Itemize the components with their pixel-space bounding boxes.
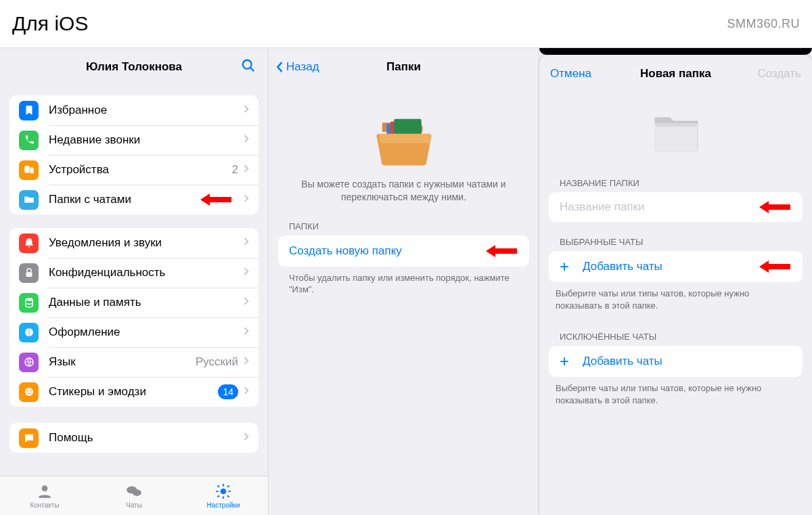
- row-label: Недавние звонки: [49, 133, 244, 147]
- folders-footer-hint: Чтобы удалить папку или изменить порядок…: [269, 267, 539, 301]
- svg-point-9: [25, 388, 33, 396]
- svg-marker-20: [759, 201, 790, 213]
- tab-bar: Контакты Чаты Настройки: [0, 476, 268, 515]
- row-chat-folders[interactable]: Папки с чатами: [9, 185, 258, 215]
- svg-point-14: [133, 489, 141, 496]
- row-label: Язык: [49, 355, 196, 369]
- create-folder-button[interactable]: Создать новую папку: [278, 236, 529, 267]
- svg-point-15: [221, 489, 226, 494]
- row-devices[interactable]: Устройства 2: [9, 155, 258, 185]
- sheet-backdrop: [539, 48, 812, 55]
- appearance-icon: [19, 323, 39, 342]
- svg-rect-5: [26, 272, 32, 277]
- plus-icon: +: [560, 353, 569, 370]
- new-folder-sheet: Отмена Новая папка Создать НАЗВАНИЕ ПАПК…: [539, 55, 812, 515]
- row-label: Оформление: [49, 326, 244, 339]
- svg-point-12: [42, 485, 48, 491]
- lock-icon: [19, 263, 39, 283]
- section-label-folders: ПАПКИ: [269, 204, 539, 236]
- devices-icon: [19, 160, 39, 180]
- folder-gray-illustration: [539, 105, 812, 156]
- svg-marker-4: [200, 194, 231, 206]
- red-arrow-annotation: [759, 201, 790, 213]
- selected-footer-hint: Выберите чаты или типы чатов, которые ну…: [539, 282, 812, 317]
- red-arrow-annotation: [486, 245, 517, 257]
- username: Юлия Толокнова: [86, 60, 182, 74]
- row-appearance[interactable]: Оформление: [9, 317, 258, 347]
- row-privacy[interactable]: Конфиденциальность: [9, 258, 258, 288]
- folders-pane: Назад Папки Вы можете создать папки с ну…: [269, 48, 539, 515]
- row-stickers[interactable]: Стикеры и эмодзи 14: [9, 377, 258, 407]
- row-label: Данные и память: [49, 296, 244, 309]
- row-language[interactable]: Язык Русский: [9, 347, 258, 377]
- folders-header: Назад Папки: [269, 48, 539, 86]
- red-arrow-annotation: [759, 261, 790, 273]
- create-button[interactable]: Создать: [757, 67, 801, 81]
- sticker-icon: [19, 382, 39, 402]
- svg-point-6: [25, 298, 32, 301]
- site-watermark: SMM360.RU: [727, 17, 800, 31]
- section-label-name: НАЗВАНИЕ ПАПКИ: [539, 163, 812, 192]
- create-folder-label: Создать новую папку: [289, 244, 402, 258]
- add-excluded-chats-button[interactable]: + Добавить чаты: [549, 346, 803, 377]
- folder-icon: [19, 190, 39, 210]
- tab-settings[interactable]: Настройки: [179, 476, 268, 515]
- add-chats-label: Добавить чаты: [583, 260, 662, 273]
- chat-icon: [19, 428, 39, 448]
- database-icon: [19, 293, 39, 313]
- row-label: Стикеры и эмодзи: [49, 385, 218, 399]
- row-data-storage[interactable]: Данные и память: [9, 288, 258, 317]
- folders-description: Вы можете создать папки с нужными чатами…: [269, 178, 539, 204]
- chevron-right-icon: [244, 164, 249, 176]
- row-label: Устройства: [49, 163, 232, 177]
- page-header: Для iOS SMM360.RU: [0, 0, 812, 48]
- tab-label: Настройки: [206, 501, 240, 509]
- chevron-right-icon: [244, 267, 249, 279]
- svg-line-1: [250, 68, 254, 72]
- svg-marker-19: [486, 245, 517, 257]
- page-title: Для iOS: [12, 12, 88, 35]
- add-selected-chats-button[interactable]: + Добавить чаты: [549, 251, 803, 282]
- folder-name-input[interactable]: [560, 200, 792, 214]
- tab-contacts[interactable]: Контакты: [0, 476, 89, 515]
- chevron-right-icon: [244, 104, 249, 116]
- add-chats-label: Добавить чаты: [583, 355, 662, 368]
- badge-count: 14: [218, 384, 238, 399]
- svg-rect-3: [30, 167, 33, 173]
- red-arrow-annotation: [200, 194, 231, 206]
- new-folder-pane: Отмена Новая папка Создать НАЗВАНИЕ ПАПК…: [539, 48, 812, 515]
- chevron-right-icon: [244, 134, 249, 146]
- settings-pane: Юлия Толокнова Избранное Недавние звонки…: [0, 48, 269, 515]
- back-button[interactable]: Назад: [275, 60, 319, 74]
- row-trail-value: 2: [232, 163, 238, 177]
- row-label: Помощь: [49, 431, 244, 445]
- section-label-excluded: ИСКЛЮЧЁННЫЕ ЧАТЫ: [539, 317, 812, 346]
- search-icon[interactable]: [241, 58, 256, 76]
- section-label-selected: ВЫБРАННЫЕ ЧАТЫ: [539, 222, 812, 251]
- row-trail-value: Русский: [196, 355, 238, 369]
- globe-icon: [19, 353, 39, 372]
- svg-point-11: [30, 390, 31, 391]
- tab-label: Чаты: [126, 501, 142, 509]
- bookmark-icon: [19, 101, 39, 120]
- folder-illustration: [269, 110, 539, 169]
- row-help[interactable]: Помощь: [9, 423, 258, 453]
- chevron-right-icon: [244, 194, 249, 206]
- row-recent-calls[interactable]: Недавние звонки: [9, 125, 258, 155]
- tab-chats[interactable]: Чаты: [89, 476, 179, 515]
- tab-label: Контакты: [30, 501, 59, 509]
- row-notifications[interactable]: Уведомления и звуки: [9, 228, 258, 258]
- folder-name-row[interactable]: [549, 192, 803, 222]
- cancel-button[interactable]: Отмена: [550, 67, 591, 81]
- new-folder-title: Новая папка: [640, 67, 711, 81]
- row-label: Избранное: [49, 104, 244, 117]
- chevron-right-icon: [244, 326, 249, 338]
- chevron-right-icon: [244, 386, 249, 398]
- new-folder-header: Отмена Новая папка Создать: [539, 55, 812, 93]
- back-label: Назад: [286, 60, 319, 74]
- chevron-right-icon: [244, 432, 249, 444]
- row-label: Уведомления и звуки: [49, 236, 244, 250]
- svg-rect-2: [24, 166, 30, 173]
- plus-icon: +: [560, 259, 569, 275]
- row-favorites[interactable]: Избранное: [9, 95, 258, 125]
